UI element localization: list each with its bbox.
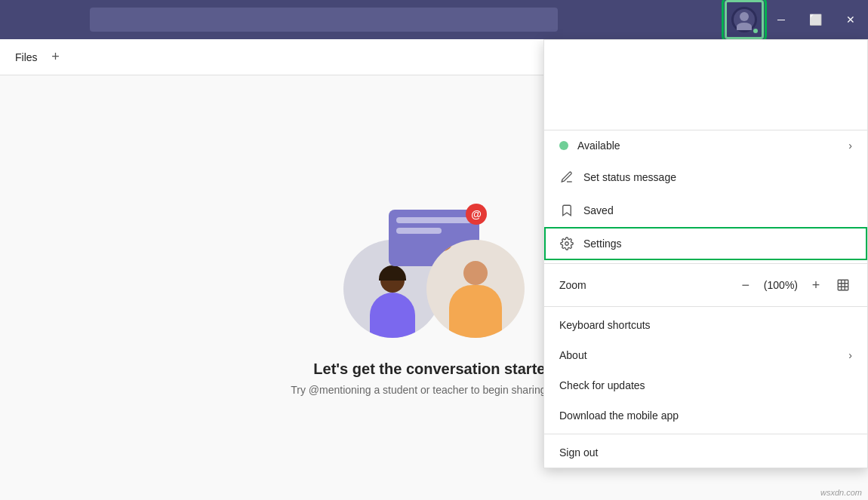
- divider-1: [544, 263, 867, 264]
- conversation-subtitle: Try @mentioning a student or teacher to …: [291, 384, 577, 396]
- menu-item-keyboard-shortcuts[interactable]: Keyboard shortcuts: [544, 310, 867, 340]
- restore-button[interactable]: ⬜: [799, 0, 833, 39]
- person-body-light: [449, 285, 502, 338]
- chevron-right-icon: ›: [848, 140, 852, 152]
- add-tab-button[interactable]: +: [47, 48, 65, 66]
- zoom-in-button[interactable]: +: [807, 276, 825, 294]
- about-chevron-icon: ›: [848, 349, 852, 361]
- menu-item-saved[interactable]: Saved: [544, 194, 867, 227]
- zoom-controls: − (100%) +: [737, 276, 852, 294]
- conversation-title: Let's get the conversation started: [313, 360, 554, 378]
- minimize-button[interactable]: ─: [764, 0, 799, 39]
- available-label: Available: [577, 140, 839, 152]
- about-label: About: [559, 349, 839, 361]
- set-status-label: Set status message: [583, 171, 852, 183]
- menu-item-available[interactable]: Available ›: [544, 130, 867, 161]
- illustration: @: [328, 179, 540, 345]
- svg-point-0: [565, 242, 569, 246]
- saved-label: Saved: [583, 204, 852, 216]
- sign-out-label: Sign out: [559, 446, 852, 459]
- person-right-circle: [426, 240, 525, 338]
- menu-top-space: [544, 40, 867, 130]
- close-button[interactable]: ✕: [833, 0, 868, 39]
- zoom-out-button[interactable]: −: [737, 276, 755, 294]
- check-updates-label: Check for updates: [559, 379, 852, 391]
- menu-item-about[interactable]: About ›: [544, 340, 867, 370]
- divider-2: [544, 306, 867, 307]
- menu-item-settings[interactable]: Settings: [544, 227, 867, 260]
- search-bar[interactable]: [90, 8, 558, 32]
- zoom-value: (100%): [764, 279, 798, 291]
- zoom-fit-button[interactable]: [834, 276, 852, 294]
- settings-label: Settings: [583, 238, 852, 250]
- zoom-row: Zoom − (100%) +: [544, 267, 867, 303]
- saved-icon: [559, 203, 574, 218]
- title-bar-controls: ─ ⬜ ✕: [725, 0, 868, 39]
- svg-rect-1: [838, 280, 848, 290]
- avatar-button[interactable]: [725, 0, 764, 39]
- menu-item-check-updates[interactable]: Check for updates: [544, 370, 867, 400]
- title-bar: ─ ⬜ ✕: [0, 0, 868, 39]
- status-message-icon: [559, 170, 574, 185]
- person-body-dark: [370, 293, 415, 338]
- status-dot: [752, 27, 759, 35]
- available-status-dot: [559, 141, 568, 150]
- avatar-silhouette: [734, 9, 755, 30]
- person-head-light: [463, 261, 488, 285]
- menu-item-download-mobile[interactable]: Download the mobile app: [544, 400, 867, 431]
- keyboard-shortcuts-label: Keyboard shortcuts: [559, 319, 852, 331]
- watermark: wsxdn.com: [820, 488, 862, 497]
- settings-icon: [559, 236, 574, 251]
- msg-line-2: [396, 228, 442, 234]
- divider-3: [544, 434, 867, 434]
- menu-item-set-status[interactable]: Set status message: [544, 161, 867, 194]
- download-mobile-label: Download the mobile app: [559, 410, 852, 422]
- menu-item-sign-out[interactable]: Sign out: [544, 437, 867, 468]
- dropdown-menu: Available › Set status message Saved: [543, 39, 868, 468]
- msg-line-1: [396, 217, 472, 223]
- files-label: Files: [15, 51, 38, 63]
- at-badge: @: [466, 204, 487, 225]
- zoom-label: Zoom: [559, 279, 728, 291]
- person-head-dark: [380, 268, 405, 293]
